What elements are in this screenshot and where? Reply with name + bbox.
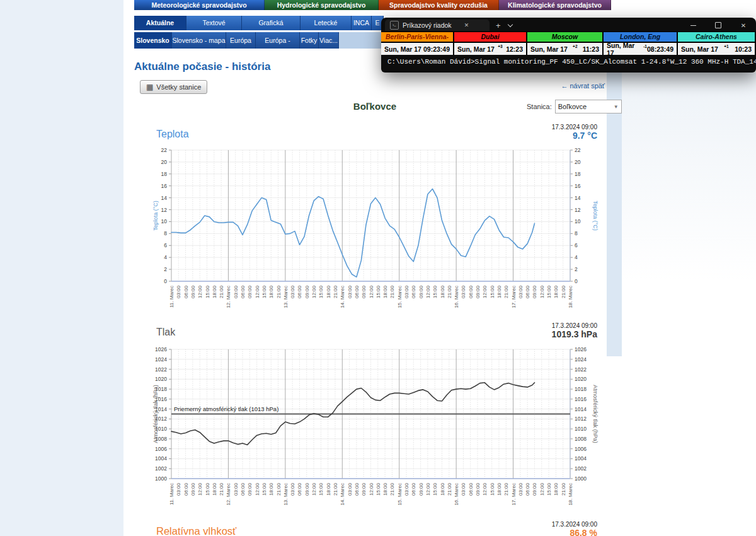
svg-text:03:00: 03:00: [347, 482, 353, 496]
svg-text:03:00: 03:00: [461, 285, 466, 298]
sub-nav-tab[interactable]: Textové predpovede: [186, 16, 242, 30]
primary-nav: Meteorologické spravodajstvoHydrologické…: [134, 0, 611, 10]
section-tab[interactable]: Viac...: [319, 32, 339, 49]
section-tab[interactable]: Európa: [226, 32, 256, 49]
svg-text:09:00: 09:00: [190, 482, 196, 496]
svg-text:22: 22: [575, 147, 581, 153]
top-nav-tab[interactable]: Spravodajstvo kvality ovzdušia: [379, 0, 499, 10]
svg-text:18:00: 18:00: [440, 482, 445, 496]
svg-text:18:00: 18:00: [440, 285, 445, 298]
sub-nav-tab[interactable]: Letecké informácie: [301, 16, 352, 30]
svg-text:12: 12: [575, 207, 581, 213]
tab-dropdown-icon[interactable]: [507, 22, 512, 27]
section-tab[interactable]: Fotky: [300, 32, 319, 49]
svg-text:15:00: 15:00: [261, 285, 267, 298]
svg-text:12:00: 12:00: [369, 285, 374, 298]
section-tab[interactable]: Slovensko - mapa: [172, 32, 226, 49]
svg-text:06:00: 06:00: [297, 482, 302, 496]
page-right-margin: [607, 73, 622, 356]
svg-text:4: 4: [164, 254, 167, 260]
svg-text:18. Marec: 18. Marec: [568, 286, 573, 308]
terminal-command-line[interactable]: C:\Users\Roman Dávid>Signal monitoring_P…: [381, 55, 756, 66]
svg-text:15. Marec: 15. Marec: [397, 286, 403, 308]
all-stations-button[interactable]: ▦ Všetky stanice: [140, 80, 207, 94]
svg-text:09:00: 09:00: [247, 285, 253, 298]
new-tab-icon[interactable]: +: [496, 21, 501, 30]
svg-text:8: 8: [164, 230, 167, 236]
svg-text:06:00: 06:00: [354, 482, 360, 496]
svg-text:03:00: 03:00: [518, 285, 524, 298]
svg-text:1020: 1020: [575, 376, 587, 382]
svg-text:12:00: 12:00: [197, 482, 203, 496]
svg-text:15:00: 15:00: [318, 482, 324, 496]
svg-text:09:00: 09:00: [247, 482, 253, 496]
svg-text:06:00: 06:00: [240, 285, 246, 298]
humidity-chart-title: Relatívna vlhkosť: [156, 525, 236, 536]
svg-text:22: 22: [161, 147, 168, 153]
svg-text:06:00: 06:00: [183, 482, 189, 496]
svg-text:03:00: 03:00: [404, 285, 410, 298]
svg-text:2: 2: [575, 266, 578, 272]
svg-text:06:00: 06:00: [354, 285, 360, 298]
top-nav-tab[interactable]: Hydrologické spravodajstvo: [265, 0, 379, 10]
svg-text:11. Marec: 11. Marec: [169, 286, 175, 308]
station-label: Stanica:: [527, 103, 552, 110]
close-button[interactable]: ✕: [731, 19, 756, 32]
svg-text:12. Marec: 12. Marec: [226, 483, 231, 506]
back-link[interactable]: ← návrat späť: [479, 82, 605, 90]
svg-text:12:00: 12:00: [369, 482, 374, 496]
svg-text:15:00: 15:00: [205, 482, 210, 496]
terminal-tab[interactable]: ›_ Príkazový riadok ✕: [385, 20, 490, 31]
svg-text:1000: 1000: [575, 475, 587, 482]
svg-text:15:00: 15:00: [546, 285, 552, 298]
top-nav-tab[interactable]: Klimatologické spravodajstvo: [499, 0, 611, 10]
sub-nav-tab[interactable]: Grafická predpoveď: [242, 16, 301, 30]
section-tab[interactable]: Európa - mapa: [256, 32, 300, 49]
svg-text:6: 6: [164, 242, 167, 248]
svg-text:18:00: 18:00: [553, 482, 559, 496]
svg-text:15:00: 15:00: [546, 482, 552, 496]
svg-text:18:00: 18:00: [382, 285, 388, 298]
terminal-title-bar[interactable]: ›_ Príkazový riadok ✕ + ✕: [381, 18, 756, 32]
section-tab[interactable]: Slovensko: [134, 32, 172, 49]
svg-text:1020: 1020: [155, 376, 167, 382]
top-nav-tab[interactable]: Meteorologické spravodajstvo: [134, 0, 265, 10]
svg-text:12:00: 12:00: [425, 482, 431, 496]
tab-close-icon[interactable]: ✕: [464, 22, 469, 28]
svg-text:13. Marec: 13. Marec: [283, 286, 289, 308]
sub-nav-tab[interactable]: INCA: [352, 16, 372, 30]
svg-text:21:00: 21:00: [276, 482, 282, 496]
minimize-button[interactable]: [680, 19, 706, 32]
svg-text:15:00: 15:00: [205, 285, 210, 298]
terminal-window[interactable]: ›_ Príkazový riadok ✕ + ✕ Berlin-Paris-V…: [381, 18, 756, 73]
svg-text:06:00: 06:00: [183, 285, 189, 298]
svg-text:12:00: 12:00: [482, 285, 488, 298]
screen: Meteorologické spravodajstvoHydrologické…: [0, 0, 756, 536]
terminal-tab-title: Príkazový riadok: [403, 21, 452, 29]
maximize-button[interactable]: [706, 19, 731, 32]
svg-text:21:00: 21:00: [447, 482, 452, 496]
svg-text:09:00: 09:00: [475, 482, 481, 496]
command-prompt-icon: ›_: [390, 21, 399, 30]
svg-text:10: 10: [161, 218, 168, 224]
svg-text:15:00: 15:00: [490, 285, 495, 298]
station-select[interactable]: Boľkovce ▼: [555, 100, 622, 114]
svg-text:18:00: 18:00: [326, 482, 331, 496]
svg-text:18:00: 18:00: [268, 285, 274, 298]
station-selector-row: Stanica: Boľkovce ▼: [527, 100, 622, 114]
svg-text:03:00: 03:00: [518, 482, 524, 496]
sub-nav-tab[interactable]: Aktuálne počasie: [134, 16, 186, 30]
clock-column: Cairo-AthensSun, Mar 17+110:23: [678, 32, 755, 55]
svg-text:Priemerný atmosférický tlak (1: Priemerný atmosférický tlak (1013 hPa): [174, 405, 278, 412]
clock-column: DubaiSun, Mar 17+312:23: [454, 32, 527, 55]
secondary-nav: Aktuálne počasieTextové predpovedeGrafic…: [134, 16, 384, 30]
svg-text:20: 20: [575, 159, 581, 165]
temperature-timestamp: 17.3.2024 09:00: [441, 124, 597, 131]
svg-text:21:00: 21:00: [503, 482, 509, 496]
svg-text:09:00: 09:00: [361, 285, 367, 298]
svg-text:09:00: 09:00: [475, 285, 481, 298]
svg-text:14: 14: [575, 195, 581, 201]
clock-city: Moscow: [527, 32, 602, 43]
svg-text:2: 2: [164, 266, 167, 272]
svg-text:03:00: 03:00: [233, 482, 239, 496]
